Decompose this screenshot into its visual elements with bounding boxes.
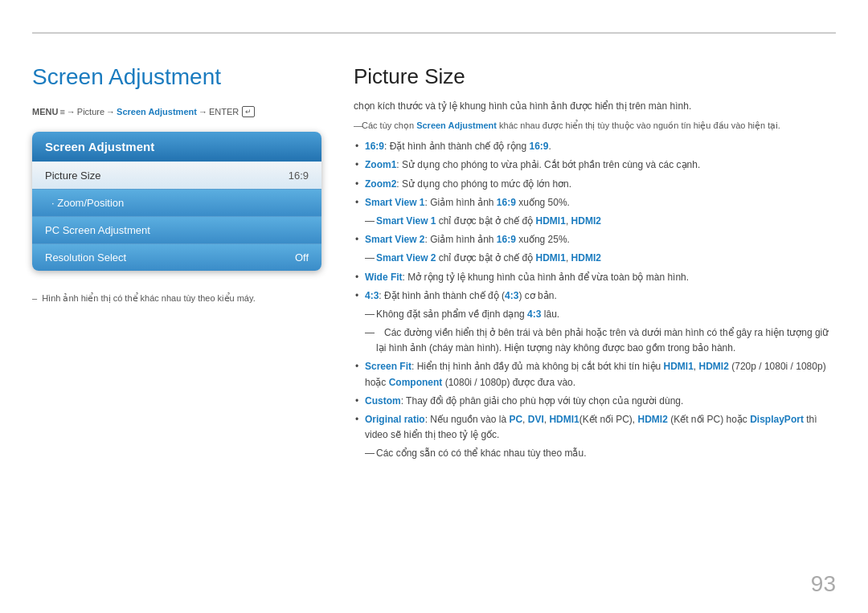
arrow-3: →: [199, 107, 207, 116]
menu-path: MENU ≡ → Picture → Screen Adjustment → E…: [32, 106, 321, 117]
item-hl: 4:3: [527, 309, 541, 320]
item-hl: Zoom2: [365, 178, 396, 190]
item-hl3: HDMI2: [571, 215, 601, 227]
menu-box: Screen Adjustment Picture Size 16:9 · Zo…: [32, 132, 321, 271]
item-hl3: DVI: [528, 414, 544, 425]
left-panel: Screen Adjustment MENU ≡ → Picture → Scr…: [32, 48, 321, 304]
menu-item-label: PC Screen Adjustment: [45, 224, 150, 236]
menu-item-label: Resolution Select: [45, 251, 126, 264]
list-item-sub: Không đặt sản phẩm về định dạng 4:3 lâu.: [354, 307, 836, 322]
list-item: Screen Fit: Hiển thị hình ảnh đầy đủ mà …: [354, 359, 836, 390]
list-item-sub2: Các đường viền hiển thị ở bên trái và bê…: [354, 325, 836, 356]
general-note: Các tùy chọn Screen Adjustment khác nhau…: [354, 121, 836, 131]
list-item-sub: Smart View 1 chỉ được bật ở chế độ HDMI1…: [354, 214, 836, 229]
list-item-sub: Các cổng sẵn có có thể khác nhau tùy the…: [354, 446, 836, 461]
list-item: Wide Fit: Mở rộng tỷ lệ khung hình của h…: [354, 270, 836, 285]
list-item-sub: Smart View 2 chỉ được bật ở chế độ HDMI1…: [354, 251, 836, 266]
item-hl: Smart View 2: [365, 234, 424, 245]
item-hl: Zoom1: [365, 159, 396, 170]
list-item: 16:9: Đặt hình ảnh thành chế độ rộng 16:…: [354, 139, 836, 154]
menu-item-value: Off: [295, 251, 309, 264]
menu-item-value: 16:9: [289, 170, 309, 182]
item-hl2: 16:9: [497, 234, 516, 245]
list-item: Original ratio: Nếu nguồn vào là PC, DVI…: [354, 412, 836, 443]
menu-item-label: · Zoom/Position: [51, 197, 124, 209]
item-hl: Smart View 2: [376, 252, 436, 264]
item-hl: Original ratio: [365, 414, 425, 425]
right-panel: Picture Size chọn kích thước và tỷ lệ kh…: [354, 48, 836, 465]
list-item: Custom: Thay đổi độ phân giải cho phù hợ…: [354, 394, 836, 409]
item-hl6: DisplayPort: [750, 414, 804, 425]
arrow-2: →: [106, 107, 115, 116]
item-hl2: 4:3: [505, 290, 518, 301]
note-highlight: Screen Adjustment: [416, 121, 497, 130]
page-number: 93: [811, 571, 836, 597]
list-item: Smart View 1: Giảm hình ảnh 16:9 xuống 5…: [354, 195, 836, 210]
menu-label: MENU: [32, 107, 58, 116]
left-title: Screen Adjustment: [32, 64, 321, 90]
menu-item-picture-size[interactable]: Picture Size 16:9: [32, 161, 321, 189]
menu-item-zoom-position[interactable]: · Zoom/Position: [32, 189, 321, 216]
item-hl3: HDMI2: [571, 252, 601, 264]
item-hl4: HDMI1: [549, 414, 579, 425]
footnote-left: – Hình ảnh hiển thị có thể khác nhau tùy…: [32, 293, 321, 304]
list-item: Zoom2: Sử dụng cho phóng to mức độ lớn h…: [354, 177, 836, 192]
item-hl: Custom: [365, 395, 401, 407]
bullet-list: 16:9: Đặt hình ảnh thành chế độ rộng 16:…: [354, 139, 836, 461]
item-hl: Smart View 1: [376, 215, 436, 227]
item-hl2: 16:9: [497, 197, 516, 208]
item-hl: 4:3: [365, 290, 379, 301]
menu-icon: ≡: [59, 107, 64, 116]
intro-text: chọn kích thước và tỷ lệ khung hình của …: [354, 99, 836, 114]
item-hl3: HDMI2: [699, 361, 729, 372]
menu-item-pc-screen[interactable]: PC Screen Adjustment: [32, 216, 321, 243]
item-hl4: Component: [389, 377, 443, 388]
list-item: 4:3: Đặt hình ảnh thành chế độ (4:3) cơ …: [354, 288, 836, 304]
top-divider: [32, 32, 836, 34]
item-hl: Wide Fit: [365, 272, 403, 283]
item-hl: Screen Fit: [365, 361, 411, 372]
item-hl5: HDMI2: [637, 414, 667, 425]
item-hl2: HDMI1: [536, 215, 566, 227]
right-title: Picture Size: [354, 64, 836, 89]
footnote-text: Hình ảnh hiển thị có thể khác nhau tùy t…: [42, 293, 256, 304]
menu-item-label: Picture Size: [45, 170, 100, 182]
list-item: Zoom1: Sử dụng cho phóng to vừa phải. Cắ…: [354, 157, 836, 173]
enter-icon: ↵: [242, 106, 255, 117]
item-hl2: 16:9: [529, 141, 548, 152]
item-hl2: PC: [509, 414, 522, 425]
item-hl: Smart View 1: [365, 197, 424, 208]
item-hl2: HDMI1: [536, 252, 566, 264]
menu-screen-adjustment: Screen Adjustment: [117, 107, 197, 116]
item-hl: 16:9: [365, 141, 384, 152]
arrow-1: →: [67, 107, 76, 116]
item-hl2: HDMI1: [664, 361, 694, 372]
menu-picture: Picture: [77, 107, 104, 116]
enter-label: ENTER: [209, 107, 239, 116]
menu-item-resolution-select[interactable]: Resolution Select Off: [32, 243, 321, 271]
menu-box-header: Screen Adjustment: [32, 132, 321, 161]
footnote-dash: –: [32, 293, 37, 303]
list-item: Smart View 2: Giảm hình ảnh 16:9 xuống 2…: [354, 232, 836, 247]
